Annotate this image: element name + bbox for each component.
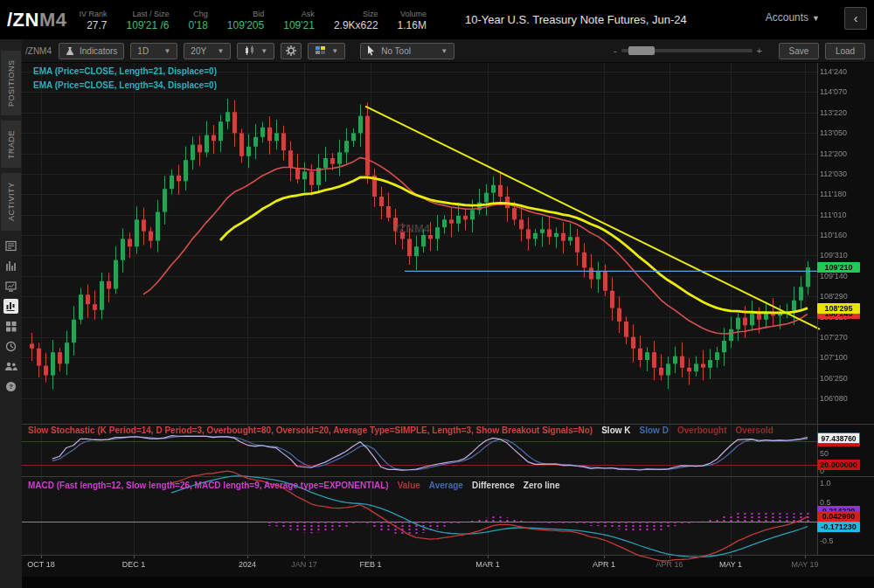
macd-legend-value: Value <box>398 481 420 490</box>
chart-symbol-input[interactable]: /ZNM4 <box>25 46 52 56</box>
price-axis-label: 109'140 <box>820 272 848 280</box>
stoch-axis-label: 50 <box>820 449 829 458</box>
collapse-panel-button[interactable]: ‹ <box>844 7 867 30</box>
price-axis-label: 109'310 <box>820 251 848 259</box>
left-sidebar: POSITIONSTRADEACTIVITY <box>0 39 22 588</box>
zoom-slider-knob[interactable] <box>628 46 655 55</box>
price-axis-label: 107'100 <box>820 353 848 362</box>
zoom-in-control[interactable]: + <box>753 45 766 56</box>
stat-value: 27.7 <box>87 19 107 31</box>
last-price-badge: 109'210 <box>817 262 860 273</box>
price-axis-label: 111'180 <box>820 190 846 198</box>
flask-icon <box>66 46 75 56</box>
quote-stats: IV Rank 27.7Last / Size 109'21 /6Chg 0'1… <box>80 9 446 31</box>
time-axis-label: APR 1 <box>593 560 615 569</box>
stat-label: IV Rank <box>80 9 108 19</box>
stat-label: Size <box>363 9 378 19</box>
cursor-icon <box>367 45 375 56</box>
quote-stat: Size 2.9Kx622 <box>334 9 378 31</box>
sidebar-tab-activity[interactable]: ACTIVITY <box>1 173 21 231</box>
stoch-legend-oversold: Oversold <box>736 425 773 435</box>
price-axis-label: 107'270 <box>820 333 848 342</box>
macd-legend-difference: Difference <box>472 481 515 490</box>
stat-value: 109'205 <box>227 19 264 31</box>
quote-stat: Chg 0'18 <box>189 9 208 31</box>
stat-value: 1.16M <box>398 19 427 31</box>
quote-stat: Volume 1.16M <box>398 9 427 31</box>
monitor-icon[interactable] <box>0 276 22 296</box>
stat-label: Ask <box>302 9 315 19</box>
timeframe-dropdown[interactable]: 1D▼ <box>130 43 177 59</box>
price-axis-label: 112'200 <box>820 149 847 158</box>
stoch-study-label: Slow Stochastic (K Period=14, D Period=3… <box>28 425 782 435</box>
chart-settings-button[interactable] <box>281 43 302 59</box>
chevron-left-icon: ‹ <box>854 11 858 25</box>
contract-title: 10-Year U.S. Treasury Note Futures, Jun-… <box>465 13 687 26</box>
stoch-slowk-badge: 97.438760 <box>817 432 860 444</box>
news-icon[interactable] <box>0 236 22 256</box>
chart-type-dropdown[interactable]: ▼ <box>237 43 274 59</box>
chart-toolbar: /ZNM4 Indicators 1D▼ 20Y▼ ▼ <box>22 39 874 63</box>
stoch-legend-overbought: Overbought <box>677 425 727 435</box>
macd-value-badge: 0.042990 <box>817 511 860 522</box>
price-axis-label: 108'290 <box>820 292 848 301</box>
chevron-down-icon: ▼ <box>163 47 170 55</box>
quote-stat: Bid 109'205 <box>227 9 264 31</box>
time-axis-label: JAN 17 <box>291 560 317 569</box>
price-axis-label: 114'240 <box>820 67 847 76</box>
community-icon[interactable] <box>0 356 22 377</box>
price-axis-label: 110'160 <box>820 231 847 239</box>
quote-header: /ZNM4 IV Rank 27.7Last / Size 109'21 /6C… <box>0 0 874 39</box>
gear-icon <box>285 45 297 57</box>
chevron-down-icon: ▼ <box>217 47 224 55</box>
depth-icon[interactable] <box>0 256 22 276</box>
stoch-oversold-badge: 20.000000 <box>817 460 860 470</box>
load-button[interactable]: Load <box>825 43 865 59</box>
time-axis-label: OCT 18 <box>27 560 54 569</box>
history-icon[interactable] <box>0 336 22 356</box>
macd-params-label[interactable]: MACD (Fast length=12, Slow length=26, MA… <box>28 481 389 490</box>
price-axis-label: 112'030 <box>820 169 847 178</box>
macd-axis-label: 1.0 <box>820 479 831 488</box>
sidebar-tab-positions[interactable]: POSITIONS <box>1 51 21 115</box>
price-axis-label: 106'250 <box>820 374 848 383</box>
macd-legend-average: Average <box>429 481 463 490</box>
stat-label: Last / Size <box>133 9 170 19</box>
drawing-tool-dropdown[interactable]: No Tool ▼ <box>360 43 454 59</box>
accounts-menu[interactable]: Accounts▼ <box>766 11 820 24</box>
stoch-legend-slowk: Slow K <box>601 425 630 435</box>
save-button[interactable]: Save <box>779 43 819 59</box>
stat-value: 2.9Kx622 <box>334 19 378 31</box>
macd-legend-zeroline: Zero line <box>524 481 560 490</box>
symbol-suffix: M4 <box>39 9 67 31</box>
stoch-params-label[interactable]: Slow Stochastic (K Period=14, D Period=3… <box>28 425 593 435</box>
symbol-label: /ZNM4 <box>7 9 67 31</box>
ema34-value-badge: 108'295 <box>817 303 860 314</box>
sidebar-tab-trade[interactable]: TRADE <box>1 121 21 168</box>
price-axis-label: 111'010 <box>820 211 846 219</box>
zoom-out-control[interactable]: - <box>609 45 621 56</box>
price-chart-canvas[interactable] <box>22 63 874 588</box>
svg-text:?: ? <box>9 383 13 391</box>
chart-icon[interactable] <box>0 296 22 316</box>
stat-value: 109'21 <box>283 19 315 31</box>
candlestick-icon <box>244 45 255 56</box>
stat-label: Bid <box>253 9 264 19</box>
trading-app: /ZNM4 IV Rank 27.7Last / Size 109'21 /6C… <box>0 0 874 588</box>
range-dropdown[interactable]: 20Y▼ <box>184 43 231 59</box>
zoom-slider-track[interactable] <box>621 49 753 52</box>
time-axis-label: FEB 1 <box>359 560 381 569</box>
chevron-down-icon: ▼ <box>812 14 820 23</box>
help-icon[interactable]: ? <box>0 377 22 397</box>
price-axis-label: 114'070 <box>820 87 847 96</box>
price-axis-label: 113'050 <box>820 128 847 137</box>
compare-grid-dropdown[interactable]: ▼ <box>308 43 345 59</box>
indicators-button[interactable]: Indicators <box>59 43 124 59</box>
stoch-legend-slowd: Slow D <box>640 425 669 435</box>
time-axis-label: 2024 <box>239 560 256 569</box>
apps-icon[interactable] <box>0 316 22 336</box>
time-axis-label: APR 16 <box>656 560 683 569</box>
chart-area: EMA (Price=CLOSE, Length=21, Displace=0)… <box>22 63 874 588</box>
macd-average-badge: -0.171230 <box>817 522 860 532</box>
stat-label: Volume <box>400 9 427 19</box>
